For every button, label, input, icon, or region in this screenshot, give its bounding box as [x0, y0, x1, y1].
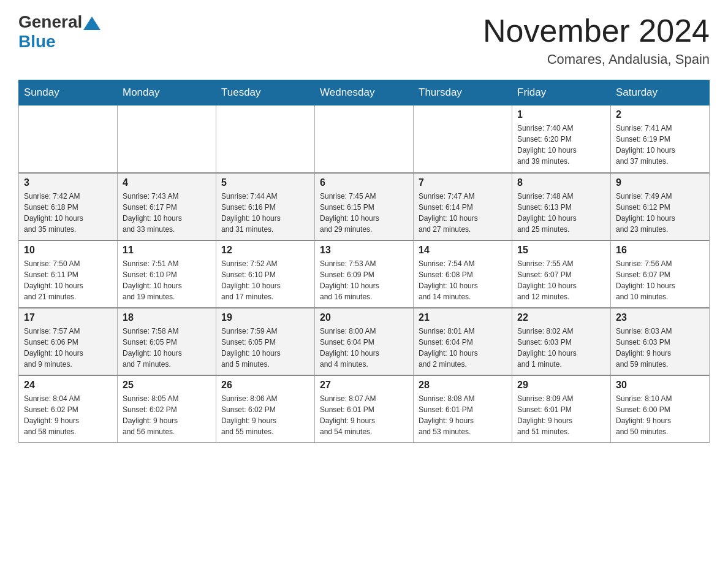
- day-cell: 14Sunrise: 7:54 AM Sunset: 6:08 PM Dayli…: [414, 240, 512, 308]
- day-cell: 18Sunrise: 7:58 AM Sunset: 6:05 PM Dayli…: [118, 308, 216, 375]
- day-info: Sunrise: 7:53 AM Sunset: 6:09 PM Dayligh…: [320, 258, 408, 302]
- logo-triangle-icon: [83, 17, 100, 30]
- calendar-title: November 2024: [483, 12, 710, 49]
- day-cell: [118, 105, 216, 173]
- day-cell: 20Sunrise: 8:00 AM Sunset: 6:04 PM Dayli…: [315, 308, 414, 375]
- header-saturday: Saturday: [611, 80, 710, 105]
- day-cell: 16Sunrise: 7:56 AM Sunset: 6:07 PM Dayli…: [611, 240, 710, 308]
- day-cell: [414, 105, 512, 173]
- day-info: Sunrise: 7:43 AM Sunset: 6:17 PM Dayligh…: [123, 191, 211, 235]
- day-info: Sunrise: 7:52 AM Sunset: 6:10 PM Dayligh…: [221, 258, 309, 302]
- day-cell: [19, 105, 118, 173]
- day-info: Sunrise: 7:42 AM Sunset: 6:18 PM Dayligh…: [24, 191, 112, 235]
- day-number: 28: [419, 380, 507, 391]
- day-cell: 9Sunrise: 7:49 AM Sunset: 6:12 PM Daylig…: [611, 173, 710, 240]
- day-number: 21: [419, 312, 507, 323]
- day-cell: 24Sunrise: 8:04 AM Sunset: 6:02 PM Dayli…: [19, 375, 118, 443]
- day-info: Sunrise: 7:44 AM Sunset: 6:16 PM Dayligh…: [221, 191, 309, 235]
- logo-blue-text: Blue: [18, 32, 56, 51]
- day-cell: 29Sunrise: 8:09 AM Sunset: 6:01 PM Dayli…: [512, 375, 611, 443]
- day-info: Sunrise: 7:40 AM Sunset: 6:20 PM Dayligh…: [517, 123, 605, 167]
- day-info: Sunrise: 8:00 AM Sunset: 6:04 PM Dayligh…: [320, 326, 408, 370]
- calendar-table: SundayMondayTuesdayWednesdayThursdayFrid…: [18, 80, 710, 443]
- day-info: Sunrise: 7:45 AM Sunset: 6:15 PM Dayligh…: [320, 191, 408, 235]
- week-row-5: 24Sunrise: 8:04 AM Sunset: 6:02 PM Dayli…: [19, 375, 710, 443]
- day-info: Sunrise: 7:56 AM Sunset: 6:07 PM Dayligh…: [616, 258, 704, 302]
- day-info: Sunrise: 7:48 AM Sunset: 6:13 PM Dayligh…: [517, 191, 605, 235]
- day-number: 29: [517, 380, 605, 391]
- header-thursday: Thursday: [414, 80, 512, 105]
- header-friday: Friday: [512, 80, 611, 105]
- day-cell: 23Sunrise: 8:03 AM Sunset: 6:03 PM Dayli…: [611, 308, 710, 375]
- header-tuesday: Tuesday: [216, 80, 315, 105]
- day-cell: 10Sunrise: 7:50 AM Sunset: 6:11 PM Dayli…: [19, 240, 118, 308]
- day-cell: 21Sunrise: 8:01 AM Sunset: 6:04 PM Dayli…: [414, 308, 512, 375]
- day-cell: 30Sunrise: 8:10 AM Sunset: 6:00 PM Dayli…: [611, 375, 710, 443]
- day-info: Sunrise: 7:55 AM Sunset: 6:07 PM Dayligh…: [517, 258, 605, 302]
- title-area: November 2024 Comares, Andalusia, Spain: [483, 12, 710, 67]
- page-header: General Blue November 2024 Comares, Anda…: [18, 12, 710, 67]
- day-info: Sunrise: 8:05 AM Sunset: 6:02 PM Dayligh…: [123, 393, 211, 437]
- header-sunday: Sunday: [19, 80, 118, 105]
- day-cell: 4Sunrise: 7:43 AM Sunset: 6:17 PM Daylig…: [118, 173, 216, 240]
- day-number: 30: [616, 380, 704, 391]
- day-info: Sunrise: 8:09 AM Sunset: 6:01 PM Dayligh…: [517, 393, 605, 437]
- day-cell: 15Sunrise: 7:55 AM Sunset: 6:07 PM Dayli…: [512, 240, 611, 308]
- header-row: SundayMondayTuesdayWednesdayThursdayFrid…: [19, 80, 710, 105]
- day-cell: [315, 105, 414, 173]
- day-info: Sunrise: 7:41 AM Sunset: 6:19 PM Dayligh…: [616, 123, 704, 167]
- logo: General Blue: [18, 12, 102, 52]
- header-wednesday: Wednesday: [315, 80, 414, 105]
- week-row-3: 10Sunrise: 7:50 AM Sunset: 6:11 PM Dayli…: [19, 240, 710, 308]
- day-number: 1: [517, 109, 605, 120]
- day-number: 8: [517, 177, 605, 188]
- day-number: 18: [123, 312, 211, 323]
- day-info: Sunrise: 8:06 AM Sunset: 6:02 PM Dayligh…: [221, 393, 309, 437]
- day-number: 10: [24, 245, 112, 256]
- day-info: Sunrise: 7:47 AM Sunset: 6:14 PM Dayligh…: [419, 191, 507, 235]
- day-cell: 12Sunrise: 7:52 AM Sunset: 6:10 PM Dayli…: [216, 240, 315, 308]
- day-number: 26: [221, 380, 309, 391]
- day-info: Sunrise: 7:58 AM Sunset: 6:05 PM Dayligh…: [123, 326, 211, 370]
- day-info: Sunrise: 7:50 AM Sunset: 6:11 PM Dayligh…: [24, 258, 112, 302]
- day-cell: 6Sunrise: 7:45 AM Sunset: 6:15 PM Daylig…: [315, 173, 414, 240]
- day-cell: 26Sunrise: 8:06 AM Sunset: 6:02 PM Dayli…: [216, 375, 315, 443]
- day-number: 14: [419, 245, 507, 256]
- day-number: 7: [419, 177, 507, 188]
- day-cell: 11Sunrise: 7:51 AM Sunset: 6:10 PM Dayli…: [118, 240, 216, 308]
- day-info: Sunrise: 8:02 AM Sunset: 6:03 PM Dayligh…: [517, 326, 605, 370]
- day-number: 11: [123, 245, 211, 256]
- day-number: 16: [616, 245, 704, 256]
- day-number: 17: [24, 312, 112, 323]
- day-number: 25: [123, 380, 211, 391]
- header-monday: Monday: [118, 80, 216, 105]
- day-cell: 19Sunrise: 7:59 AM Sunset: 6:05 PM Dayli…: [216, 308, 315, 375]
- day-number: 3: [24, 177, 112, 188]
- day-cell: 2Sunrise: 7:41 AM Sunset: 6:19 PM Daylig…: [611, 105, 710, 173]
- day-cell: 13Sunrise: 7:53 AM Sunset: 6:09 PM Dayli…: [315, 240, 414, 308]
- day-number: 15: [517, 245, 605, 256]
- day-number: 24: [24, 380, 112, 391]
- day-cell: 22Sunrise: 8:02 AM Sunset: 6:03 PM Dayli…: [512, 308, 611, 375]
- day-number: 27: [320, 380, 408, 391]
- day-cell: 28Sunrise: 8:08 AM Sunset: 6:01 PM Dayli…: [414, 375, 512, 443]
- day-cell: 25Sunrise: 8:05 AM Sunset: 6:02 PM Dayli…: [118, 375, 216, 443]
- calendar-subtitle: Comares, Andalusia, Spain: [483, 52, 710, 67]
- day-cell: 7Sunrise: 7:47 AM Sunset: 6:14 PM Daylig…: [414, 173, 512, 240]
- day-number: 2: [616, 109, 704, 120]
- day-info: Sunrise: 8:04 AM Sunset: 6:02 PM Dayligh…: [24, 393, 112, 437]
- day-cell: 8Sunrise: 7:48 AM Sunset: 6:13 PM Daylig…: [512, 173, 611, 240]
- day-cell: 17Sunrise: 7:57 AM Sunset: 6:06 PM Dayli…: [19, 308, 118, 375]
- day-number: 13: [320, 245, 408, 256]
- day-cell: [216, 105, 315, 173]
- week-row-1: 1Sunrise: 7:40 AM Sunset: 6:20 PM Daylig…: [19, 105, 710, 173]
- day-info: Sunrise: 7:51 AM Sunset: 6:10 PM Dayligh…: [123, 258, 211, 302]
- day-info: Sunrise: 7:49 AM Sunset: 6:12 PM Dayligh…: [616, 191, 704, 235]
- day-number: 9: [616, 177, 704, 188]
- day-info: Sunrise: 7:54 AM Sunset: 6:08 PM Dayligh…: [419, 258, 507, 302]
- week-row-4: 17Sunrise: 7:57 AM Sunset: 6:06 PM Dayli…: [19, 308, 710, 375]
- day-cell: 1Sunrise: 7:40 AM Sunset: 6:20 PM Daylig…: [512, 105, 611, 173]
- day-cell: 5Sunrise: 7:44 AM Sunset: 6:16 PM Daylig…: [216, 173, 315, 240]
- day-number: 6: [320, 177, 408, 188]
- day-cell: 3Sunrise: 7:42 AM Sunset: 6:18 PM Daylig…: [19, 173, 118, 240]
